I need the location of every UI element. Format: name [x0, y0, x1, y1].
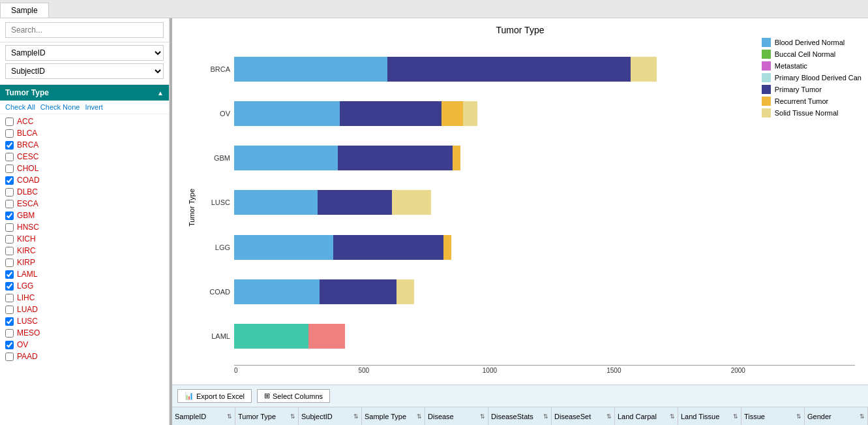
bar-segment: [387, 57, 631, 82]
column-label: DiseaseSet: [554, 413, 591, 420]
checkbox-luad[interactable]: [5, 306, 14, 314]
checkbox-kirc[interactable]: [5, 247, 14, 255]
label-ov[interactable]: OV: [17, 340, 28, 349]
label-luad[interactable]: LUAD: [17, 305, 38, 314]
legend-item: Buccal Cell Normal: [762, 50, 861, 59]
label-acc[interactable]: ACC: [17, 117, 33, 126]
checkbox-paad[interactable]: [5, 353, 14, 361]
legend-color-box: [762, 38, 771, 47]
export-label: Export to Excel: [196, 392, 245, 400]
table-column-header[interactable]: SubjectID⇅: [299, 407, 362, 425]
list-item: PAAD: [0, 351, 169, 362]
select-columns-button[interactable]: ⊞ Select Columns: [257, 389, 330, 403]
list-item: CHOL: [0, 163, 169, 174]
checkbox-meso[interactable]: [5, 329, 14, 338]
invert-button[interactable]: Invert: [85, 103, 103, 111]
list-item: LUAD: [0, 304, 169, 315]
search-input[interactable]: [5, 22, 164, 38]
table-column-header[interactable]: DiseaseSet⇅: [552, 407, 615, 425]
sidebar-search-container: [0, 18, 169, 42]
label-cesc[interactable]: CESC: [17, 152, 38, 161]
label-meso[interactable]: MESO: [17, 328, 40, 338]
bar-track: [234, 190, 431, 215]
tab-sample[interactable]: Sample: [0, 3, 49, 18]
table-column-header[interactable]: Sample Type⇅: [362, 407, 425, 425]
column-label: Land Tissue: [681, 413, 719, 420]
column-label: Land Carpal: [618, 413, 657, 420]
checkbox-brca[interactable]: [5, 141, 14, 150]
legend-label: Primary Tumor: [775, 86, 822, 93]
sort-icon: ⇅: [670, 413, 675, 420]
checkbox-laml[interactable]: [5, 270, 14, 279]
checkbox-coad[interactable]: [5, 176, 14, 185]
x-axis: 0500100015002000: [234, 365, 855, 374]
label-kirc[interactable]: KIRC: [17, 246, 36, 255]
table-column-header[interactable]: DiseaseStats⇅: [488, 407, 552, 425]
checkbox-kirp[interactable]: [5, 259, 14, 267]
checkbox-lusc[interactable]: [5, 317, 14, 326]
checkbox-cesc[interactable]: [5, 153, 14, 161]
table-column-header[interactable]: Land Tissue⇅: [678, 407, 741, 425]
checkbox-lgg[interactable]: [5, 282, 14, 291]
checkbox-ov[interactable]: [5, 341, 14, 349]
chart-container: Tumor Type Tumor Type BRCAOVGBMLUSCLGGCO…: [172, 18, 868, 385]
checkbox-dlbc[interactable]: [5, 188, 14, 197]
list-item: DLBC: [0, 186, 169, 198]
column-label: Tumor Type: [238, 413, 276, 420]
bottom-toolbar: 📊 Export to Excel ⊞ Select Columns: [172, 385, 868, 407]
checkbox-blca[interactable]: [5, 129, 14, 138]
table-column-header[interactable]: Tissue⇅: [741, 407, 805, 425]
sort-icon: ⇅: [353, 413, 359, 420]
sort-icon: ⇅: [290, 413, 295, 420]
label-blca[interactable]: BLCA: [17, 129, 37, 138]
label-laml[interactable]: LAML: [17, 270, 37, 279]
checkbox-gbm[interactable]: [5, 212, 14, 220]
bar-segment: [234, 190, 318, 215]
bar-segment: [463, 101, 477, 126]
label-lusc[interactable]: LUSC: [17, 317, 38, 326]
columns-icon: ⊞: [264, 392, 270, 400]
label-brca[interactable]: BRCA: [17, 140, 38, 150]
legend-item: Metastatic: [762, 61, 861, 71]
legend-color-box: [762, 108, 771, 118]
chart-inner: BRCAOVGBMLUSCLGGCOADLAML 050010001500200…: [198, 40, 855, 374]
columns-label: Select Columns: [273, 392, 323, 400]
check-none-button[interactable]: Check None: [40, 103, 80, 111]
checkbox-chol[interactable]: [5, 165, 14, 173]
checkbox-hnsc[interactable]: [5, 223, 14, 232]
tumor-type-section-header[interactable]: Tumor Type ▲: [0, 85, 169, 101]
label-lihc[interactable]: LIHC: [17, 293, 35, 302]
label-lgg[interactable]: LGG: [17, 281, 33, 291]
bar-row: COAD: [198, 275, 855, 309]
label-esca[interactable]: ESCA: [17, 199, 38, 208]
table-column-header[interactable]: Disease⇅: [425, 407, 488, 425]
bar-segment: [340, 101, 441, 126]
label-coad[interactable]: COAD: [17, 176, 40, 185]
bar-label: LGG: [198, 244, 234, 251]
label-hnsc[interactable]: HNSC: [17, 223, 39, 232]
list-item: HNSC: [0, 221, 169, 233]
check-all-button[interactable]: Check All: [5, 103, 35, 111]
label-kirp[interactable]: KIRP: [17, 258, 35, 267]
subjectid-dropdown[interactable]: SubjectID: [5, 63, 164, 79]
label-dlbc[interactable]: DLBC: [17, 187, 38, 197]
checkbox-kich[interactable]: [5, 235, 14, 244]
label-kich[interactable]: KICH: [17, 234, 36, 244]
bar-row: BRCA: [198, 52, 855, 86]
label-gbm[interactable]: GBM: [17, 211, 35, 220]
sampleid-dropdown[interactable]: SampleID: [5, 45, 164, 61]
bar-segment: [234, 57, 387, 82]
section-arrow-icon: ▲: [157, 89, 164, 97]
label-paad[interactable]: PAAD: [17, 352, 38, 361]
checkbox-esca[interactable]: [5, 200, 14, 208]
table-column-header[interactable]: SampleID⇅: [172, 407, 235, 425]
checkbox-lihc[interactable]: [5, 294, 14, 302]
table-column-header[interactable]: Tumor Type⇅: [235, 407, 299, 425]
label-chol[interactable]: CHOL: [17, 164, 38, 173]
export-excel-button[interactable]: 📊 Export to Excel: [177, 389, 252, 403]
bars-area: BRCAOVGBMLUSCLGGCOADLAML: [198, 40, 855, 365]
table-column-header[interactable]: Gender⇅: [805, 407, 868, 425]
table-column-header[interactable]: Land Carpal⇅: [615, 407, 678, 425]
checkbox-acc[interactable]: [5, 118, 14, 126]
bar-label: GBM: [198, 154, 234, 162]
